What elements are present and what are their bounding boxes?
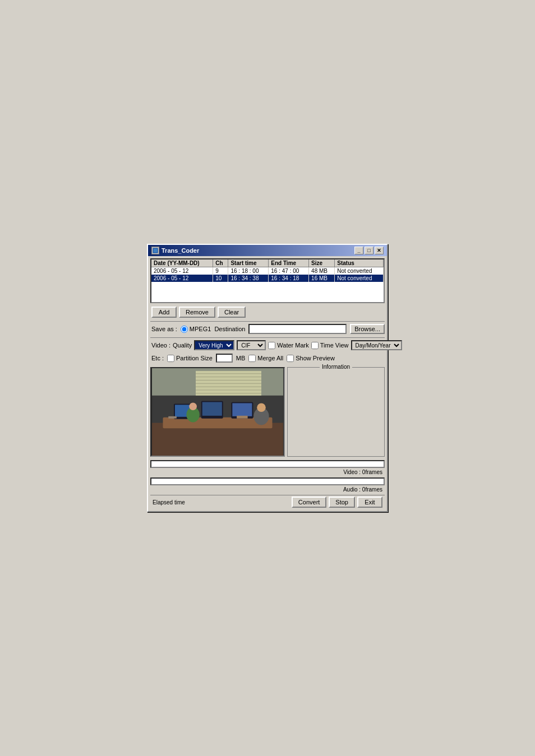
table-cell: 2006 - 05 - 12 (151, 267, 213, 275)
quality-label: Quality (173, 342, 192, 349)
col-size: Size (309, 259, 335, 267)
browse-button[interactable]: Browse... (350, 324, 385, 334)
timeview-group: Time View (311, 342, 349, 349)
file-list-table: Date (YY-MM-DD) Ch Start time End Time S… (151, 259, 384, 282)
elapsed-time-label: Elapsed time (153, 499, 185, 505)
main-window: Trans_Coder _ □ ✕ Date (YY-MM-DD) Ch Sta… (147, 244, 388, 512)
col-end: End Time (269, 259, 309, 267)
preview-info-row: Information (150, 367, 385, 457)
destination-input[interactable] (248, 324, 347, 334)
svg-rect-16 (202, 402, 222, 415)
video-frame-label: Video : 0frames (150, 469, 385, 475)
etc-row: Etc : Partition Size MB Merge All Show P… (150, 354, 385, 363)
table-cell: 10 (213, 275, 228, 282)
mpeg1-radio[interactable] (181, 326, 188, 333)
table-row[interactable]: 2006 - 05 - 121016 : 34 : 3816 : 34 : 18… (151, 275, 384, 282)
audio-progress-section: Audio : 0frames (150, 477, 385, 493)
remove-button[interactable]: Remove (179, 307, 215, 318)
merge-checkbox[interactable] (248, 355, 256, 362)
table-cell: 2006 - 05 - 12 (151, 275, 213, 282)
title-controls: _ □ ✕ (354, 247, 384, 254)
watermark-group: Water Mark (268, 342, 308, 349)
close-button[interactable]: ✕ (375, 247, 384, 254)
partition-checkbox[interactable] (167, 355, 174, 362)
dest-label: Destination (214, 326, 245, 332)
file-list-body[interactable]: 2006 - 05 - 12916 : 18 : 0016 : 47 : 004… (151, 267, 384, 282)
svg-point-20 (189, 402, 197, 410)
etc-label: Etc : (151, 355, 164, 361)
merge-group: Merge All (248, 355, 283, 362)
table-header-row: Date (YY-MM-DD) Ch Start time End Time S… (151, 259, 384, 267)
table-cell: 16 : 34 : 38 (228, 275, 269, 282)
separator-2 (150, 337, 385, 338)
merge-label: Merge All (257, 355, 283, 361)
table-cell: 16 : 34 : 18 (269, 275, 309, 282)
resolution-select[interactable]: QCIF CIF 4CIF (237, 340, 266, 350)
col-start: Start time (228, 259, 269, 267)
svg-rect-24 (168, 416, 177, 419)
video-progress-section: Video : 0frames (150, 460, 385, 475)
save-as-radio-group: MPEG1 (181, 326, 211, 333)
table-cell: 16 MB (309, 275, 335, 282)
preview-checkbox[interactable] (287, 355, 294, 362)
mb-unit-label: MB (236, 355, 246, 361)
show-preview-label: Show Preview (296, 355, 335, 361)
col-date: Date (YY-MM-DD) (151, 259, 213, 267)
watermark-label: Water Mark (277, 342, 308, 349)
table-cell: Not converted (335, 275, 384, 282)
video-progress-bar (150, 460, 385, 468)
audio-progress-bar (150, 477, 385, 485)
file-list-container: Date (YY-MM-DD) Ch Start time End Time S… (150, 258, 385, 303)
quality-select[interactable]: Very High High Medium Low (194, 340, 234, 350)
table-cell: 16 : 47 : 00 (269, 267, 309, 275)
separator-1 (150, 321, 385, 322)
exit-button[interactable]: Exit (357, 497, 382, 508)
col-ch: Ch (213, 259, 228, 267)
video-row: Video : Quality Very High High Medium Lo… (150, 340, 385, 350)
partition-label: Partition Size (176, 355, 213, 361)
preview-area (150, 367, 285, 457)
col-status: Status (335, 259, 384, 267)
convert-button[interactable]: Convert (292, 497, 327, 508)
table-cell: 48 MB (309, 267, 335, 275)
mb-input[interactable] (216, 354, 233, 363)
app-icon (151, 247, 159, 254)
title-bar-text: Trans_Coder (151, 247, 199, 254)
timeview-label: Time View (320, 342, 349, 349)
save-as-row: Save as : MPEG1 Destination Browse... (150, 324, 385, 334)
minimize-button[interactable]: _ (354, 247, 363, 254)
video-label: Video : (151, 342, 170, 349)
info-area: Information (287, 367, 385, 457)
bottom-row: Elapsed time Convert Stop Exit (150, 495, 385, 509)
timeview-format-select[interactable]: Day/Mon/Year Mon/Day/Year Year/Mon/Day (351, 340, 402, 350)
table-cell: 16 : 18 : 00 (228, 267, 269, 275)
timeview-checkbox[interactable] (311, 342, 319, 349)
svg-rect-23 (237, 416, 248, 419)
add-button[interactable]: Add (151, 307, 177, 318)
svg-point-22 (257, 403, 266, 412)
audio-frame-label: Audio : 0frames (150, 486, 385, 493)
svg-rect-18 (232, 403, 252, 416)
partition-group: Partition Size (167, 355, 213, 362)
mpeg1-label: MPEG1 (190, 326, 211, 332)
title-bar: Trans_Coder _ □ ✕ (148, 245, 387, 256)
table-cell: 9 (213, 267, 228, 275)
svg-rect-0 (153, 248, 158, 253)
clear-button[interactable]: Clear (218, 307, 246, 318)
maximize-button[interactable]: □ (365, 247, 373, 254)
table-cell: Not converted (335, 267, 384, 275)
stop-button[interactable]: Stop (329, 497, 355, 508)
window-body: Date (YY-MM-DD) Ch Start time End Time S… (148, 256, 387, 511)
info-group-label: Information (320, 364, 352, 370)
watermark-checkbox[interactable] (268, 342, 275, 349)
bottom-buttons: Convert Stop Exit (292, 497, 382, 508)
preview-group: Show Preview (287, 355, 335, 362)
buttons-row: Add Remove Clear (150, 307, 385, 318)
preview-image (151, 368, 284, 456)
window-title: Trans_Coder (162, 247, 199, 254)
save-as-label: Save as : (151, 326, 177, 332)
table-row[interactable]: 2006 - 05 - 12916 : 18 : 0016 : 47 : 004… (151, 267, 384, 275)
